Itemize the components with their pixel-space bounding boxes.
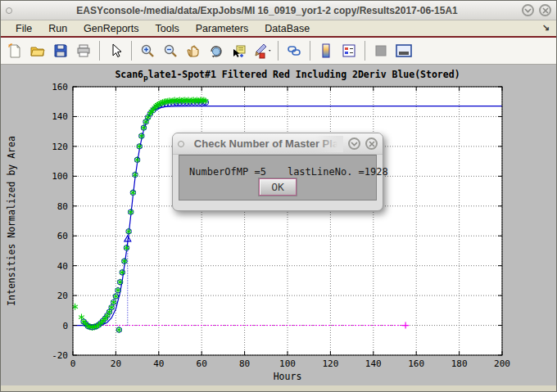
rotate-3d-icon [208, 43, 224, 59]
menubar: File Run GenReports Tools Parameters Dat… [1, 20, 556, 38]
insert-legend-icon [341, 43, 357, 59]
svg-text:120: 120 [52, 142, 68, 152]
data-cursor-icon [231, 43, 247, 59]
close-icon [369, 141, 375, 147]
pan-hand-icon [185, 43, 202, 59]
toolbar-separator [131, 41, 132, 61]
dropdown-caret-icon [269, 50, 271, 52]
dialog-title: Check Number of Master Pla [184, 137, 348, 150]
open-folder-icon [29, 43, 46, 59]
window-title: EASYconsole-/media/data/ExpJobs/MI 16_09… [12, 5, 522, 16]
svg-text:160: 160 [408, 358, 424, 369]
zoom-in-button[interactable] [137, 40, 158, 61]
svg-text:120: 120 [322, 358, 338, 369]
open-file-button[interactable] [27, 40, 48, 61]
zoom-in-icon [139, 43, 156, 59]
window-close-button[interactable] [539, 4, 551, 16]
pointer-tool-button[interactable] [105, 40, 126, 61]
figure-window-icon [395, 43, 413, 59]
toolbar-separator [365, 41, 365, 61]
save-icon [52, 43, 69, 59]
svg-text:Scan6plate1-Spot#1 Filtered Re: Scan6plate1-Spot#1 Filtered Red Includin… [115, 69, 460, 82]
dialog-shade-button[interactable] [348, 137, 360, 150]
rotate-3d-button[interactable] [206, 40, 227, 61]
zoom-out-button[interactable] [160, 40, 181, 61]
check-number-dialog: Check Number of Master Pla NumberOfMP =5… [172, 133, 383, 211]
number-of-mp-value: NumberOfMP =5 [189, 166, 266, 178]
svg-text:Intensities Normalized by Area: Intensities Normalized by Area [6, 136, 17, 306]
menu-file[interactable]: File [7, 21, 40, 36]
zoom-out-icon [162, 43, 179, 59]
menu-database[interactable]: DataBase [256, 21, 318, 36]
svg-text:20: 20 [111, 358, 121, 369]
print-icon [75, 43, 92, 59]
svg-text:100: 100 [52, 171, 68, 182]
dialog-close-button[interactable] [365, 137, 378, 150]
svg-text:80: 80 [239, 358, 250, 369]
colormap-icon [318, 43, 334, 59]
data-cursor-button[interactable] [229, 40, 250, 61]
last-line-no-value: lastLineNo. =1928 [288, 166, 388, 178]
link-plots-icon [286, 43, 302, 59]
menu-parameters[interactable]: Parameters [188, 21, 257, 36]
window-menu-icon[interactable] [6, 7, 12, 14]
svg-text:140: 140 [365, 358, 382, 369]
toolbar [1, 38, 556, 65]
menu-genreports[interactable]: GenReports [75, 21, 147, 36]
pan-tool-button[interactable] [183, 40, 204, 61]
svg-text:40: 40 [57, 261, 68, 272]
svg-text:140: 140 [52, 111, 68, 122]
app-window: EASYconsole-/media/data/ExpJobs/MI 16_09… [0, 0, 557, 392]
svg-text:200: 200 [494, 358, 510, 369]
brush-tool-button[interactable] [251, 40, 273, 61]
chevron-down-icon [524, 8, 532, 13]
svg-text:20: 20 [57, 291, 68, 301]
svg-text:0: 0 [62, 321, 68, 331]
svg-text:-20: -20 [52, 350, 68, 361]
close-icon [542, 7, 549, 14]
dialog-menu-icon [178, 141, 184, 147]
menu-overflow-icon[interactable]: ↘ [542, 22, 550, 33]
chevron-down-icon [351, 142, 358, 146]
svg-text:160: 160 [52, 82, 68, 92]
svg-text:180: 180 [451, 358, 468, 369]
svg-text:100: 100 [279, 358, 296, 369]
svg-text:Hours: Hours [274, 371, 302, 382]
svg-text:80: 80 [57, 201, 68, 212]
disabled-tool-button [370, 40, 392, 61]
svg-text:60: 60 [57, 231, 68, 241]
toolbar-separator [310, 41, 310, 61]
insert-legend-button[interactable] [338, 40, 360, 61]
save-button[interactable] [50, 40, 71, 61]
window-shade-button[interactable] [522, 4, 534, 16]
menu-run[interactable]: Run [40, 21, 75, 36]
ok-button[interactable]: OK [259, 178, 297, 196]
figure-area: 020406080100120140160180200-200204060801… [1, 65, 556, 385]
toolbar-separator [278, 41, 278, 61]
link-plots-button[interactable] [283, 40, 305, 61]
toolbar-separator [99, 41, 100, 61]
pointer-icon [107, 43, 124, 59]
disabled-square-icon [373, 43, 389, 59]
new-document-icon [7, 43, 23, 59]
window-bottom-edge [1, 385, 556, 390]
svg-text:40: 40 [153, 358, 164, 369]
dialog-titlebar[interactable]: Check Number of Master Pla [173, 133, 383, 155]
print-button[interactable] [73, 40, 94, 61]
new-document-button[interactable] [4, 40, 25, 61]
svg-text:0: 0 [70, 358, 76, 369]
window-titlebar: EASYconsole-/media/data/ExpJobs/MI 16_09… [1, 1, 556, 20]
insert-colorbar-button[interactable] [315, 40, 337, 61]
svg-text:60: 60 [197, 358, 207, 369]
brush-icon [251, 43, 273, 59]
menu-tools[interactable]: Tools [147, 21, 188, 36]
figure-window-button[interactable] [393, 40, 414, 61]
growth-curve-chart: 020406080100120140160180200-200204060801… [1, 65, 557, 385]
dialog-content: NumberOfMP =5lastLineNo. =1928 OK [179, 155, 377, 201]
